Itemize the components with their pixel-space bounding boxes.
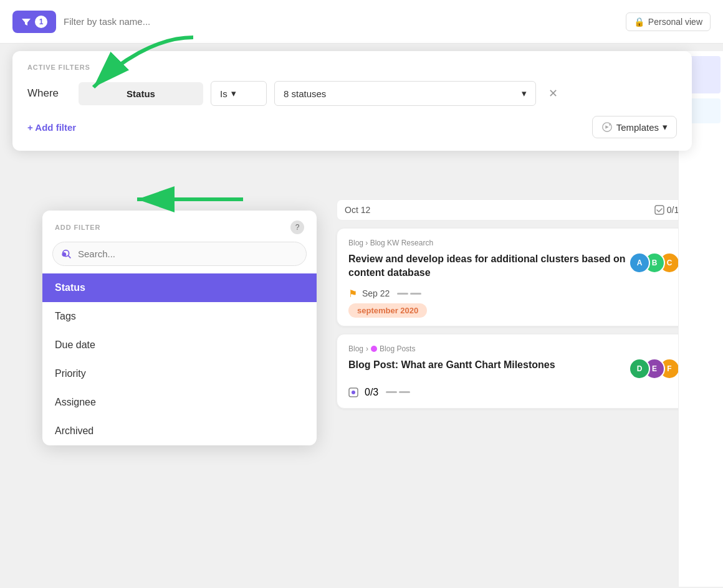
date-bar-date: Oct 12: [345, 205, 370, 215]
task-search-input[interactable]: [64, 16, 618, 27]
add-filter-search-input[interactable]: [52, 242, 307, 266]
filter-operator-button[interactable]: Is ▾: [211, 81, 267, 106]
filter-field-button[interactable]: Status: [79, 82, 203, 105]
card2-avatars: D E F: [634, 358, 680, 379]
active-filters-label: ACTIVE FILTERS: [27, 64, 677, 71]
dropdown-item-priority[interactable]: Priority: [42, 359, 317, 388]
card1-date: Sep 22: [362, 288, 390, 298]
avatar-4: D: [629, 358, 650, 379]
card2-check: 0/3: [365, 387, 378, 398]
personal-view-button[interactable]: 🔒 Personal view: [626, 12, 711, 31]
card2-dot: [371, 346, 377, 352]
filter-value-button[interactable]: 8 statuses ▾: [274, 81, 536, 106]
month-tag-wrapper: september 2020: [348, 305, 680, 316]
filter-button[interactable]: 1: [12, 11, 56, 33]
value-chevron-icon: ▾: [522, 88, 527, 99]
card2-meta: 0/3: [348, 387, 680, 398]
card1-breadcrumb: Blog › Blog KW Research: [348, 239, 680, 247]
desc-lines: [397, 293, 421, 295]
card2-title[interactable]: Blog Post: What are Gantt Chart Mileston…: [348, 358, 626, 372]
card1-meta: ⚑ Sep 22: [348, 288, 680, 300]
card2-desc-lines: [386, 391, 410, 393]
card1-title[interactable]: Review and develop ideas for additional …: [348, 252, 626, 280]
dropdown-item-tags[interactable]: Tags: [42, 302, 317, 331]
operator-label: Is: [220, 88, 227, 99]
svg-rect-4: [655, 206, 664, 214]
dropdown-item-assignee[interactable]: Assignee: [42, 388, 317, 417]
help-icon[interactable]: ?: [290, 220, 304, 234]
dropdown-item-status[interactable]: Status: [42, 273, 317, 302]
card2-body: Blog Post: What are Gantt Chart Mileston…: [348, 358, 680, 379]
filter-icon: [21, 17, 31, 27]
avatar-1: A: [629, 252, 650, 273]
card2-breadcrumb-blog: Blog: [348, 344, 363, 353]
add-filter-dropdown: ADD FILTER ? ● Status Tags Due date Prio…: [42, 211, 317, 445]
filter-row: Where Status Is ▾ 8 statuses ▾ ✕: [27, 81, 677, 106]
card1-breadcrumb-text: Blog › Blog KW Research: [348, 239, 433, 247]
card2-breadcrumb-arrow: ›: [366, 344, 368, 353]
templates-icon: [601, 121, 613, 133]
dropdown-header: ADD FILTER ?: [42, 211, 317, 242]
card1-avatars: A B C: [634, 252, 680, 273]
dropdown-search-wrapper: ●: [52, 242, 307, 266]
task-card-2: Blog › Blog Posts Blog Post: What are Ga…: [337, 334, 692, 409]
add-filter-button[interactable]: + Add filter: [27, 122, 76, 133]
top-bar: 1 🔒 Personal view: [0, 0, 723, 44]
lock-icon: 🔒: [634, 17, 644, 27]
operator-chevron-icon: ▾: [231, 88, 236, 99]
month-tag: september 2020: [348, 303, 427, 318]
filter-close-button[interactable]: ✕: [543, 84, 563, 103]
active-filters-panel: ACTIVE FILTERS Where Status Is ▾ 8 statu…: [12, 51, 692, 151]
card2-desc-line-2: [399, 391, 410, 393]
where-label: Where: [27, 87, 71, 100]
filter-count-badge: 1: [35, 16, 47, 28]
add-filter-dropdown-label: ADD FILTER: [55, 224, 100, 231]
task-cards-area: Oct 12 0/17 Blog › Blog KW Research Revi…: [337, 199, 692, 409]
date-bar: Oct 12 0/17: [337, 199, 692, 220]
checkbox-sm-icon: [348, 387, 358, 397]
desc-line-2: [410, 293, 421, 295]
desc-line-1: [397, 293, 408, 295]
card2-desc-line-1: [386, 391, 397, 393]
templates-chevron-icon: ▾: [663, 121, 668, 133]
templates-button[interactable]: Templates ▾: [592, 116, 677, 138]
task-card-1: Blog › Blog KW Research Review and devel…: [337, 228, 692, 326]
dropdown-item-due-date[interactable]: Due date: [42, 331, 317, 359]
dropdown-item-archived[interactable]: Archived: [42, 417, 317, 445]
flag-icon: ⚑: [348, 288, 357, 300]
card1-body: Review and develop ideas for additional …: [348, 252, 680, 280]
templates-label: Templates: [616, 122, 659, 133]
search-icon: [61, 249, 72, 260]
card2-breadcrumb-sub: Blog Posts: [380, 344, 415, 353]
card2-breadcrumb: Blog › Blog Posts: [348, 344, 680, 353]
filter-value-label: 8 statuses: [284, 88, 326, 99]
svg-point-6: [352, 391, 355, 394]
checkbox-icon: [654, 205, 664, 215]
filter-actions-row: + Add filter Templates ▾: [27, 116, 677, 138]
personal-view-label: Personal view: [648, 17, 702, 27]
